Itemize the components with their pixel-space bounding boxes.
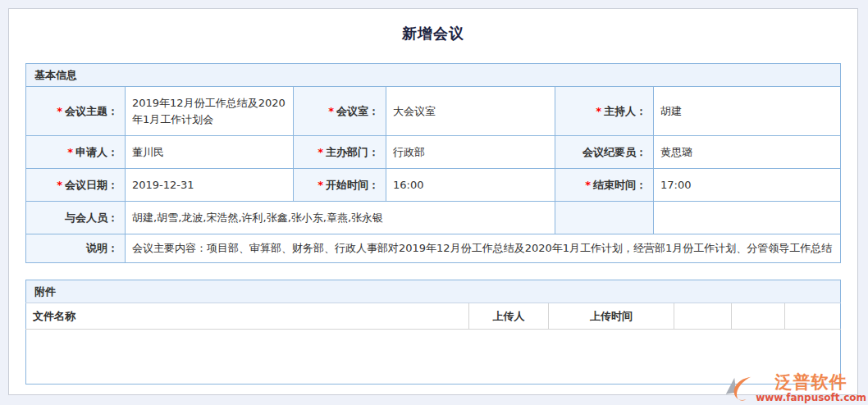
field-value-description[interactable]: 会议主要内容：项目部、审算部、财务部、行政人事部对2019年12月份工作总结及2… — [126, 234, 841, 263]
required-asterisk: * — [67, 146, 73, 158]
attachment-column-empty-2 — [732, 303, 785, 330]
attachment-column-empty-3 — [785, 303, 841, 330]
form-panel: 新增会议 基本信息 *会议主题： 2019年12月份工作总结及2020年1月工作… — [8, 8, 858, 395]
required-asterisk: * — [585, 179, 591, 191]
field-label-description: 说明： — [26, 234, 126, 263]
field-value-applicant[interactable]: 董川民 — [126, 136, 294, 169]
field-value-meeting-room[interactable]: 大会议室 — [386, 87, 555, 136]
field-label-attendees: 与会人员： — [26, 202, 126, 234]
field-label-meeting-subject: *会议主题： — [26, 87, 126, 136]
field-value-meeting-subject[interactable]: 2019年12月份工作总结及2020年1月工作计划会 — [126, 87, 294, 136]
field-label-meeting-room: *会议室： — [294, 87, 386, 136]
page: 新增会议 基本信息 *会议主题： 2019年12月份工作总结及2020年1月工作… — [0, 0, 868, 405]
field-label-meeting-date: *会议日期： — [26, 169, 126, 202]
required-asterisk: * — [318, 179, 323, 191]
required-asterisk: * — [328, 105, 334, 117]
page-title: 新增会议 — [9, 24, 857, 43]
field-label-start-time: *开始时间： — [294, 169, 386, 202]
attachment-column-file-name: 文件名称 — [26, 303, 469, 330]
field-value-start-time[interactable]: 16:00 — [386, 169, 555, 202]
attachment-column-empty-1 — [674, 303, 732, 330]
section-header-basic-info: 基本信息 — [26, 64, 841, 87]
field-value-minutes-taker[interactable]: 黄思璐 — [654, 136, 841, 169]
attachment-column-upload-time: 上传时间 — [549, 303, 674, 330]
field-value-end-time[interactable]: 17:00 — [654, 169, 841, 202]
brand-website-link[interactable]: www.fanpusoft.com — [756, 392, 866, 403]
brand-watermark: 泛普软件 www.fanpusoft.com — [723, 372, 866, 405]
field-label-end-time: *结束时间： — [555, 169, 654, 202]
field-value-empty — [654, 202, 841, 234]
field-label-applicant: *申请人： — [26, 136, 126, 169]
field-value-organizing-dept[interactable]: 行政部 — [386, 136, 555, 169]
attachment-column-uploader: 上传人 — [469, 303, 549, 330]
field-value-meeting-date[interactable]: 2019-12-31 — [126, 169, 294, 202]
required-asterisk: * — [596, 105, 601, 117]
section-header-attachments: 附件 — [26, 280, 841, 303]
field-label-organizing-dept: *主办部门： — [294, 136, 386, 169]
field-value-attendees[interactable]: 胡建,胡雪,龙波,宋浩然,许利,张鑫,张小东,章燕,张永银 — [126, 202, 555, 234]
attachments-empty-area — [26, 330, 841, 385]
field-label-host: *主持人： — [555, 87, 654, 136]
required-asterisk: * — [57, 105, 62, 117]
field-value-host[interactable]: 胡建 — [654, 87, 841, 136]
required-asterisk: * — [318, 146, 323, 158]
required-asterisk: * — [57, 179, 62, 191]
field-label-minutes-taker: 会议纪要员： — [555, 136, 654, 169]
basic-info-table: 基本信息 *会议主题： 2019年12月份工作总结及2020年1月工作计划会 *… — [25, 63, 841, 263]
field-label-empty — [555, 202, 654, 234]
attachments-table: 附件 文件名称 上传人 上传时间 — [25, 280, 841, 385]
brand-name: 泛普软件 — [775, 372, 847, 392]
fanpu-logo-icon — [723, 372, 754, 405]
